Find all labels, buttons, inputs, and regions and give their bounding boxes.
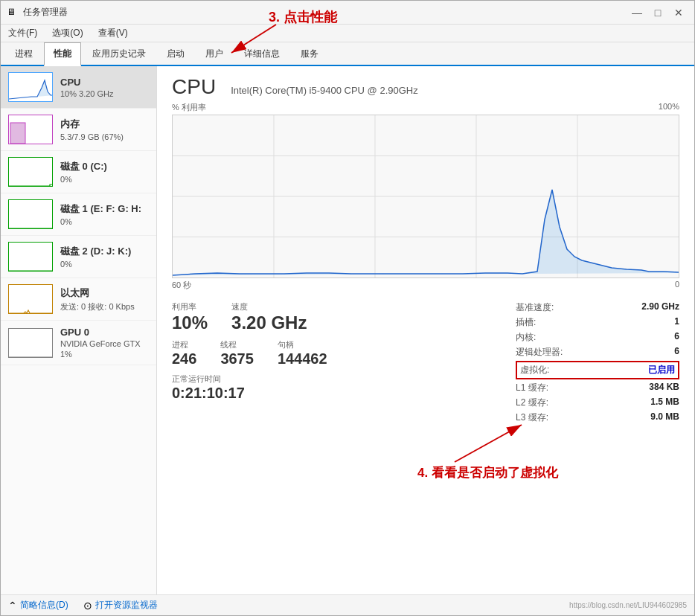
app-icon: 🖥: [7, 7, 19, 19]
chart-svg: [173, 115, 679, 277]
menu-view[interactable]: 查看(V): [95, 25, 131, 41]
gpu-sidebar-value2: 1%: [60, 350, 149, 359]
speed-stat: 速度 3.20 GHz: [231, 301, 307, 333]
disk1-sidebar-value: 0%: [60, 217, 149, 226]
sidebar-item-ethernet[interactable]: 以太网 发送: 0 接收: 0 Kbps: [1, 278, 156, 321]
mem-sidebar-name: 内存: [60, 118, 149, 131]
eth-sidebar-value: 发送: 0 接收: 0 Kbps: [60, 301, 149, 312]
left-stats: 利用率 10% 速度 3.20 GHz 进程 246: [172, 301, 501, 424]
handles-label: 句柄: [278, 339, 327, 350]
disk2-sidebar-value: 0%: [60, 260, 149, 269]
menu-options[interactable]: 选项(O): [49, 25, 86, 41]
slot-value: 1: [674, 316, 679, 329]
sidebar: CPU 10% 3.20 GHz 内存 5.3/7.9 GB (67%): [1, 66, 157, 594]
right-panel: CPU Intel(R) Core(TM) i5-9400 CPU @ 2.90…: [157, 66, 694, 594]
logical-value: 6: [674, 346, 679, 359]
base-speed-row: 基准速度: 2.90 GHz: [516, 301, 679, 314]
virt-label: 虚拟化:: [520, 364, 549, 376]
chart-labels-top: % 利用率 100%: [172, 102, 679, 113]
minimize-button[interactable]: —: [627, 5, 647, 20]
chart-labels-bottom: 60 秒 0: [172, 280, 679, 291]
utilization-label: 利用率: [172, 301, 208, 312]
disk1-sidebar-info: 磁盘 1 (E: F: G: H: 0%: [60, 202, 149, 226]
chevron-up-icon: ⌃: [8, 600, 17, 612]
menu-bar: 文件(F) 选项(O) 查看(V): [1, 25, 694, 42]
l3-row: L3 缓存: 9.0 MB: [516, 411, 679, 424]
disk2-sidebar-info: 磁盘 2 (D: J: K:) 0%: [60, 245, 149, 269]
gpu-thumbnail: [8, 328, 53, 358]
bottom-section: 利用率 10% 速度 3.20 GHz 进程 246: [172, 301, 679, 424]
summary-section: ⌃ 简略信息(D): [8, 599, 68, 612]
uptime-stat: 正常运行时间 0:21:10:17: [172, 373, 245, 402]
l2-value: 1.5 MB: [650, 397, 679, 409]
cores-row: 内核: 6: [516, 331, 679, 344]
title-bar-left: 🖥 任务管理器: [7, 6, 68, 19]
chart-x-label: 60 秒: [172, 280, 191, 291]
monitor-icon: ⊙: [83, 600, 92, 612]
svg-rect-3: [10, 123, 25, 144]
tabs-bar: 进程 性能 应用历史记录 启动 用户 详细信息 服务: [1, 42, 694, 66]
tab-details[interactable]: 详细信息: [234, 42, 289, 65]
disk0-thumbnail: [8, 157, 53, 187]
eth-sidebar-name: 以太网: [60, 286, 149, 300]
logical-label: 逻辑处理器:: [516, 346, 563, 359]
menu-file[interactable]: 文件(F): [5, 25, 40, 41]
tab-app-history[interactable]: 应用历史记录: [83, 42, 156, 65]
info-panel: 基准速度: 2.90 GHz 插槽: 1 内核: 6 逻辑处理器: 6: [516, 301, 679, 424]
processes-label: 进程: [172, 339, 196, 350]
resource-monitor-link[interactable]: 打开资源监视器: [95, 599, 158, 612]
sidebar-item-memory[interactable]: 内存 5.3/7.9 GB (67%): [1, 109, 156, 151]
cpu-chart: [172, 115, 679, 278]
gpu-sidebar-name: GPU 0: [60, 327, 149, 338]
sidebar-item-gpu[interactable]: GPU 0 NVIDIA GeForce GTX 1%: [1, 321, 156, 365]
disk2-thumbnail: [8, 242, 53, 272]
cpu-sidebar-name: CPU: [60, 77, 149, 88]
tab-services[interactable]: 服务: [291, 42, 328, 65]
virt-row: 虚拟化: 已启用: [516, 361, 679, 379]
gpu-sidebar-info: GPU 0 NVIDIA GeForce GTX 1%: [60, 327, 149, 359]
mem-sidebar-value: 5.3/7.9 GB (67%): [60, 132, 149, 141]
threads-label: 线程: [220, 339, 254, 350]
panel-title: CPU Intel(R) Core(TM) i5-9400 CPU @ 2.90…: [172, 75, 679, 99]
cpu-thumbnail: [8, 72, 53, 102]
status-bar-left: ⌃ 简略信息(D) ⊙ 打开资源监视器: [8, 599, 158, 612]
sidebar-item-disk1[interactable]: 磁盘 1 (E: F: G: H: 0%: [1, 193, 156, 236]
cores-label: 内核:: [516, 331, 536, 344]
utilization-stat: 利用率 10%: [172, 301, 208, 333]
resource-monitor-section: ⊙ 打开资源监视器: [83, 599, 158, 612]
stats-row-1: 利用率 10% 速度 3.20 GHz: [172, 301, 501, 333]
cores-value: 6: [674, 331, 679, 344]
processes-stat: 进程 246: [172, 339, 196, 368]
main-content: CPU 10% 3.20 GHz 内存 5.3/7.9 GB (67%): [1, 66, 694, 594]
processes-value: 246: [172, 350, 196, 368]
sidebar-item-disk2[interactable]: 磁盘 2 (D: J: K:) 0%: [1, 236, 156, 278]
sidebar-item-disk0[interactable]: 磁盘 0 (C:) 0%: [1, 151, 156, 193]
base-speed-value: 2.90 GHz: [641, 301, 679, 314]
disk0-sidebar-info: 磁盘 0 (C:) 0%: [60, 160, 149, 184]
disk0-sidebar-value: 0%: [60, 175, 149, 184]
cpu-sidebar-value: 10% 3.20 GHz: [60, 89, 149, 98]
maximize-button[interactable]: □: [648, 5, 667, 20]
mem-sidebar-info: 内存 5.3/7.9 GB (67%): [60, 118, 149, 141]
disk2-sidebar-name: 磁盘 2 (D: J: K:): [60, 245, 149, 258]
tab-processes[interactable]: 进程: [5, 42, 42, 65]
disk1-thumbnail: [8, 199, 53, 229]
close-button[interactable]: ✕: [669, 5, 688, 20]
window-controls: — □ ✕: [627, 5, 688, 20]
uptime-label: 正常运行时间: [172, 373, 245, 385]
cpu-sidebar-info: CPU 10% 3.20 GHz: [60, 77, 149, 98]
tab-performance[interactable]: 性能: [44, 42, 81, 66]
l1-value: 384 KB: [649, 382, 679, 394]
cpu-chart-container: % 利用率 100%: [172, 102, 679, 291]
watermark-text: https://blog.csdn.net/LIU944602985: [569, 601, 687, 609]
l3-value: 9.0 MB: [650, 411, 679, 424]
handles-stat: 句柄 144462: [278, 339, 327, 368]
tab-users[interactable]: 用户: [196, 42, 233, 65]
chart-y-label: % 利用率: [172, 102, 206, 113]
logical-row: 逻辑处理器: 6: [516, 346, 679, 359]
tab-startup[interactable]: 启动: [157, 42, 194, 65]
virt-value: 已启用: [648, 364, 675, 376]
cpu-subtitle: Intel(R) Core(TM) i5-9400 CPU @ 2.90GHz: [231, 85, 418, 96]
sidebar-item-cpu[interactable]: CPU 10% 3.20 GHz: [1, 66, 156, 109]
summary-link[interactable]: 简略信息(D): [20, 599, 68, 612]
